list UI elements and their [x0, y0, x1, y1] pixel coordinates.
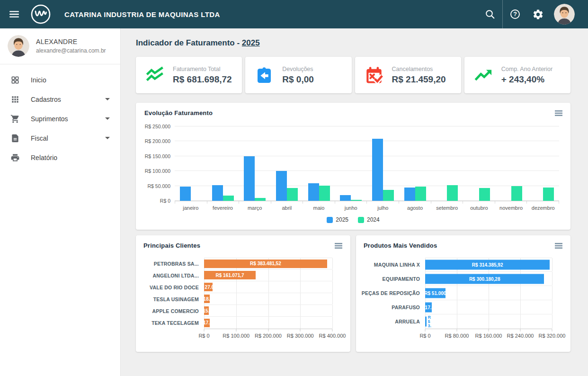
year-link[interactable]: 2025: [242, 38, 260, 47]
column-bar[interactable]: [308, 183, 319, 201]
returns-clipboard-icon: [254, 65, 274, 85]
hbar[interactable]: R$ 27.000: [204, 283, 213, 291]
kpi-label: Comp. Ano Anterior: [501, 66, 552, 72]
legend-swatch-icon: [327, 217, 333, 223]
hbar[interactable]: R$ 18.000: [204, 295, 210, 303]
layout: ALEXANDRE alexandre@catarina.com.br Inic…: [0, 28, 588, 376]
bar-group: [175, 126, 207, 201]
sidebar-item-suprimentos[interactable]: Suprimentos: [0, 109, 120, 128]
column-bar[interactable]: [340, 195, 351, 201]
column-bar[interactable]: [404, 188, 415, 201]
column-bar[interactable]: [383, 190, 394, 201]
column-bar[interactable]: [255, 198, 266, 201]
hbar[interactable]: R$ 314.385,92: [425, 260, 550, 270]
column-bar[interactable]: [319, 186, 330, 201]
gridline: [300, 281, 301, 293]
x-axis-label: abril: [271, 205, 303, 211]
gridline: [236, 281, 237, 293]
sidebar-item-inicio[interactable]: Inicio: [0, 70, 120, 90]
bar-group: [463, 126, 495, 201]
column-bar[interactable]: [351, 200, 362, 201]
column-bar[interactable]: [415, 187, 426, 201]
column-bar[interactable]: [276, 171, 287, 201]
hbar[interactable]: R$ 17.000: [425, 302, 432, 312]
sidebar-item-cadastros[interactable]: Cadastros: [0, 90, 120, 109]
kpi-label: Faturamento Total: [173, 66, 232, 72]
chart-row: EQUIPAMENTOR$ 300.180,28: [364, 272, 552, 286]
hbar[interactable]: [425, 317, 427, 327]
x-axis: R$ 0R$ 100.000R$ 200.000R$ 300.000R$ 400…: [143, 329, 343, 341]
kpi-texts: Faturamento Total R$ 681.698,72: [173, 66, 232, 85]
sidebar-item-fiscal[interactable]: Fiscal: [0, 128, 120, 148]
bar-value-label: R$ 17.000: [204, 320, 210, 325]
column-bar[interactable]: [447, 185, 458, 201]
hbar[interactable]: R$ 161.071,7: [204, 271, 256, 279]
bar-group: [207, 126, 239, 201]
category-label: APPLE COMERCIO: [143, 305, 204, 317]
sidebar-item-relatorio[interactable]: Relatório: [0, 148, 120, 167]
gridline: [300, 305, 301, 316]
sidebar-item-label: Inicio: [31, 76, 46, 84]
x-axis-label: R$ 100.000: [223, 333, 249, 339]
chevron-down-icon: [105, 137, 110, 139]
chart-row: ARRUELAR$ 3.000: [364, 314, 552, 329]
app-bar-left: CATARINA INDUSTRIA DE MAQUINAS LTDA: [9, 4, 220, 25]
y-axis-label: R$ 200.000: [145, 138, 170, 144]
legend-item[interactable]: 2025: [327, 216, 348, 223]
column-bar[interactable]: [223, 196, 234, 201]
kpi-comp-ano-anterior: Comp. Ano Anterior + 243,40%: [464, 57, 570, 93]
help-icon[interactable]: ?: [504, 0, 526, 28]
gridline: [300, 269, 301, 281]
x-axis-label: junho: [335, 205, 367, 211]
chart-title: Produtos Mais Vendidos: [364, 242, 563, 249]
axis-tick: [175, 201, 207, 204]
x-axis-labels: janeirofevereiromarçoabrilmaiojunhojulho…: [175, 205, 559, 211]
bar-track: R$ 161.071,7: [204, 269, 332, 281]
gridline: [236, 305, 237, 316]
axis-tick: [271, 201, 303, 204]
hbar[interactable]: R$ 15.000: [204, 306, 209, 315]
chart-title: Evolução Faturamento: [144, 109, 562, 116]
chart-context-menu-icon[interactable]: [553, 109, 564, 119]
column-bar[interactable]: [212, 185, 223, 201]
user-email: alexandre@catarina.com.br: [36, 47, 106, 54]
column-bar[interactable]: [479, 188, 490, 201]
legend-item[interactable]: 2024: [358, 216, 380, 223]
column-bar[interactable]: [244, 156, 255, 201]
category-label: MAQUINA LINHA X: [364, 258, 425, 272]
axis-tick: [335, 201, 367, 204]
chart-context-menu-icon[interactable]: [553, 242, 564, 252]
x-axis-label: R$ 200.000: [255, 333, 282, 339]
user-avatar[interactable]: [549, 0, 579, 28]
gridline: [236, 317, 237, 329]
app-bar-right: ?: [479, 0, 579, 28]
hbar[interactable]: R$ 383.481,52: [204, 260, 327, 268]
bar-group: [239, 126, 271, 201]
produtos-mais-vendidos-card: Produtos Mais Vendidos MAQUINA LINHA XR$…: [356, 235, 570, 352]
bar-value-label: R$ 3.000: [428, 315, 433, 328]
axis-track: R$ 0R$ 80.000R$ 160.000R$ 240.000R$ 320.…: [425, 329, 552, 341]
avatar: [8, 35, 29, 57]
axis-tick: [527, 201, 559, 204]
kpi-row: Faturamento Total R$ 681.698,72 Devoluçõ…: [136, 57, 570, 93]
bar-track: R$ 15.000: [204, 305, 332, 317]
column-bar[interactable]: [543, 188, 554, 201]
column-bar[interactable]: [511, 186, 522, 201]
hbar[interactable]: R$ 17.000: [204, 319, 210, 327]
sidebar-user-block: ALEXANDRE alexandre@catarina.com.br: [0, 28, 120, 64]
chart-row: TEKA TECELAGEMR$ 17.000: [143, 317, 332, 329]
kpi-cancelamentos: Cancelamentos R$ 21.459,20: [355, 57, 461, 93]
gridline: [332, 305, 333, 316]
hbar[interactable]: R$ 300.180,28: [425, 274, 544, 284]
axis-tick: [431, 201, 463, 204]
column-bar[interactable]: [180, 187, 191, 201]
column-bar[interactable]: [287, 188, 298, 201]
column-bar[interactable]: [372, 139, 383, 201]
menu-icon[interactable]: [9, 9, 20, 20]
chart-row: APPLE COMERCIOR$ 15.000: [143, 305, 332, 317]
sidebar-item-label: Relatório: [31, 154, 57, 161]
hbar[interactable]: R$ 51.000: [425, 288, 445, 298]
chart-context-menu-icon[interactable]: [333, 242, 344, 252]
search-icon[interactable]: [479, 0, 501, 28]
settings-icon[interactable]: [526, 0, 549, 28]
